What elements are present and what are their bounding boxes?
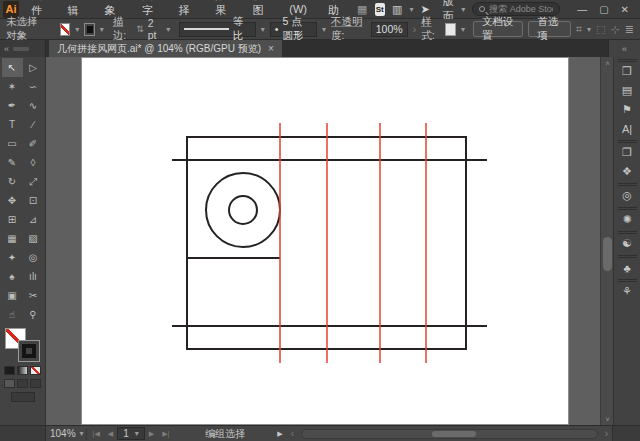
graphic-styles-panel-icon[interactable]: ⚘ <box>615 282 639 301</box>
adobe-stock-icon[interactable]: St <box>375 3 386 16</box>
stroke-weight-label[interactable]: 描边: <box>113 15 132 43</box>
free-transform-tool[interactable]: ⊡ <box>23 191 44 210</box>
magic-wand-tool[interactable]: ✶ <box>2 77 23 96</box>
stroke-swatch-black[interactable] <box>18 340 40 362</box>
mesh-tool[interactable]: ▦ <box>2 229 23 248</box>
pencil-tool[interactable]: ✎ <box>2 153 23 172</box>
scroll-left-icon[interactable]: ‹ <box>287 428 298 439</box>
layers-panel-icon[interactable]: ❖ <box>615 162 639 181</box>
maximize-button[interactable]: ▢ <box>599 4 608 15</box>
dock-collapse-icon[interactable]: « <box>622 44 627 54</box>
artboard-navigation-select[interactable]: 1 ▾ <box>117 427 145 440</box>
gradient-tool[interactable]: ▧ <box>23 229 44 248</box>
horizontal-scrollbar[interactable] <box>301 429 598 439</box>
document-tab[interactable]: 几何拼接风网页.ai* @ 104% (RGB/GPU 预览) × <box>49 40 282 57</box>
brush-chevron-icon[interactable]: ▾ <box>322 25 326 34</box>
appearance-panel-icon[interactable]: ✺ <box>615 210 639 229</box>
transparency-panel-icon[interactable]: ◎ <box>615 186 639 205</box>
brush-definition-select[interactable]: • 5 点圆形 <box>270 22 317 37</box>
style-label[interactable]: 样式: <box>421 15 440 43</box>
opacity-label[interactable]: 不透明度: <box>331 15 366 43</box>
align-panel-icon[interactable]: ⚑ <box>615 100 639 119</box>
width-profile-chevron-icon[interactable]: ▾ <box>261 25 265 34</box>
tools-panel-grip[interactable] <box>13 47 29 51</box>
draw-normal-button[interactable] <box>4 379 15 388</box>
opacity-more-icon[interactable]: › <box>413 23 417 35</box>
variable-width-profile-select[interactable]: 等比 <box>179 22 256 37</box>
artboard[interactable] <box>82 58 568 424</box>
transform-panel-icon[interactable]: ❒ <box>615 62 639 81</box>
share-icon[interactable]: ➤ <box>420 3 429 16</box>
document-setup-button[interactable]: 文档设置 <box>473 21 524 37</box>
direct-selection-tool[interactable]: ▷ <box>23 58 44 77</box>
first-artboard-button[interactable]: |◀ <box>89 430 104 438</box>
lasso-tool[interactable]: ∽ <box>23 77 44 96</box>
style-swatch[interactable] <box>445 23 456 36</box>
eyedropper-tool[interactable]: ✦ <box>2 248 23 267</box>
stock-search-input[interactable]: 搜索 Adobe Stock <box>472 2 560 16</box>
vertical-scrollbar[interactable]: ˄ ˅ <box>600 57 613 425</box>
gradient-mode-button[interactable] <box>17 366 28 375</box>
select-similar-chevron-icon[interactable]: ▾ <box>587 25 591 34</box>
color-mode-button[interactable] <box>4 366 15 375</box>
symbols-panel-icon[interactable]: ♣ <box>615 258 639 277</box>
scale-tool[interactable]: ⤢ <box>23 172 44 191</box>
draw-behind-button[interactable] <box>17 379 28 388</box>
tab-close-icon[interactable]: × <box>268 43 274 54</box>
status-flyout-icon[interactable]: ▶ <box>273 430 286 438</box>
slice-tool[interactable]: ✂ <box>23 286 44 305</box>
eraser-tool[interactable]: ◊ <box>23 153 44 172</box>
select-similar-icon[interactable]: ⌗ <box>576 23 582 36</box>
paintbrush-tool[interactable]: ✐ <box>23 134 44 153</box>
style-chevron-icon[interactable]: ▾ <box>461 25 465 34</box>
scroll-right-icon[interactable]: › <box>601 428 612 439</box>
hand-tool[interactable]: ☝ <box>2 305 23 324</box>
type-tool[interactable]: T <box>2 115 23 134</box>
stroke-weight-chevron-icon[interactable]: ▾ <box>166 25 170 34</box>
color-guide-panel-icon[interactable]: ☯ <box>615 234 639 253</box>
app-grid-icon[interactable]: ▦ <box>357 3 367 16</box>
minimize-button[interactable]: — <box>577 4 587 15</box>
gradient-panel-icon[interactable]: ▤ <box>615 81 639 100</box>
artboard-tool[interactable]: ▣ <box>2 286 23 305</box>
arrange-documents-chevron-icon[interactable]: ▾ <box>409 5 413 14</box>
width-tool[interactable]: ✥ <box>2 191 23 210</box>
opacity-input[interactable]: 100% <box>371 22 408 37</box>
blend-tool[interactable]: ◎ <box>23 248 44 267</box>
stroke-chevron-icon[interactable]: ▾ <box>100 25 104 34</box>
stroke-weight-value[interactable]: 2 pt <box>148 17 162 41</box>
character-panel-icon[interactable]: A| <box>615 119 639 138</box>
canvas-area[interactable] <box>46 57 600 425</box>
stroke-stepper[interactable]: ⇅ <box>136 24 143 34</box>
rectangle-tool[interactable]: ▭ <box>2 134 23 153</box>
zoom-tool[interactable]: ⚲ <box>23 305 44 324</box>
vertical-scroll-thumb[interactable] <box>603 237 612 271</box>
next-artboard-button[interactable]: ▶ <box>145 430 158 438</box>
last-artboard-button[interactable]: ▶| <box>158 430 173 438</box>
tools-collapse-icon[interactable]: « <box>4 44 9 54</box>
zoom-level-select[interactable]: 104% <box>46 428 80 439</box>
prev-artboard-button[interactable]: ◀ <box>104 430 117 438</box>
pathfinder-panel-icon[interactable]: ❐ <box>615 143 639 162</box>
preferences-button[interactable]: 首选项 <box>528 21 570 37</box>
rotate-tool[interactable]: ↻ <box>2 172 23 191</box>
none-mode-button[interactable] <box>30 366 41 375</box>
horizontal-scroll-thumb[interactable] <box>432 431 476 437</box>
fill-color-swatch[interactable] <box>60 23 71 36</box>
stroke-color-swatch[interactable] <box>84 23 95 36</box>
screen-mode-button[interactable] <box>11 392 35 402</box>
close-button[interactable]: ✕ <box>621 4 629 15</box>
draw-inside-button[interactable] <box>30 379 41 388</box>
selection-tool[interactable]: ↖ <box>2 58 23 77</box>
perspective-grid-tool[interactable]: ⊿ <box>23 210 44 229</box>
zoom-chevron-icon[interactable]: ▾ <box>80 429 84 438</box>
symbol-sprayer-tool[interactable]: ♠ <box>2 267 23 286</box>
options-list-icon[interactable]: ≣ <box>625 23 634 36</box>
curvature-tool[interactable]: ∿ <box>23 96 44 115</box>
line-segment-tool[interactable]: ∕ <box>23 115 44 134</box>
pen-tool[interactable]: ✒ <box>2 96 23 115</box>
arrange-documents-icon[interactable]: ▥ <box>392 3 402 16</box>
graph-tool[interactable]: ılı <box>23 267 44 286</box>
shape-builder-tool[interactable]: ⊞ <box>2 210 23 229</box>
fill-chevron-icon[interactable]: ▾ <box>75 25 79 34</box>
